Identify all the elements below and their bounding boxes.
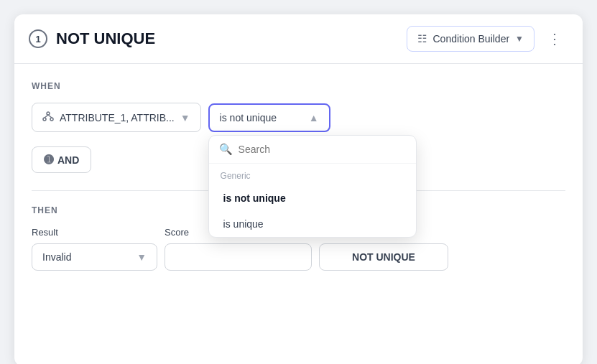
page-title: NOT UNIQUE — [56, 29, 407, 48]
svg-point-0 — [47, 112, 50, 115]
result-column-label: Result — [32, 227, 157, 238]
and-button[interactable]: ➊ AND — [32, 146, 91, 173]
attribute-value: ATTRIBUTE_1, ATTRIB... — [60, 112, 175, 123]
search-icon: 🔍 — [219, 143, 233, 156]
plus-circle-icon: ➊ — [44, 153, 53, 167]
result-select[interactable]: Invalid ▼ — [32, 243, 157, 271]
and-button-label: AND — [57, 154, 79, 166]
svg-point-2 — [50, 118, 53, 121]
dropdown-item-not-unique[interactable]: is not unique — [209, 185, 416, 211]
chevron-down-icon: ▼ — [515, 34, 524, 44]
condition-builder-label: Condition Builder — [432, 33, 509, 45]
score-input[interactable] — [165, 243, 312, 271]
result-chevron-down-icon: ▼ — [136, 251, 147, 263]
attribute-chevron-down-icon: ▼ — [180, 112, 190, 123]
svg-line-3 — [45, 115, 48, 118]
dropdown-search-row: 🔍 — [209, 136, 416, 164]
dropdown-search-input[interactable] — [239, 144, 406, 155]
condition-select[interactable]: is not unique ▲ — [208, 103, 330, 132]
not-unique-badge: NOT UNIQUE — [319, 243, 448, 271]
more-options-button[interactable]: ⋮ — [542, 26, 568, 52]
condition-select-wrapper: is not unique ▲ 🔍 Generic is not unique … — [208, 103, 330, 132]
when-label: WHEN — [32, 81, 565, 91]
condition-dropdown: 🔍 Generic is not unique is unique — [208, 135, 417, 238]
dropdown-group-label: Generic — [209, 164, 416, 185]
dropdown-item-unique[interactable]: is unique — [209, 211, 416, 237]
condition-builder-icon: ☷ — [417, 32, 427, 45]
step-badge: 1 — [29, 29, 47, 48]
attribute-icon — [42, 111, 54, 124]
attribute-select[interactable]: ATTRIBUTE_1, ATTRIB... ▼ — [32, 103, 201, 132]
card-header: 1 NOT UNIQUE ☷ Condition Builder ▼ ⋮ — [14, 14, 583, 64]
condition-value: is not unique — [220, 112, 277, 123]
result-value: Invalid — [42, 251, 71, 263]
main-card: 1 NOT UNIQUE ☷ Condition Builder ▼ ⋮ WHE… — [14, 14, 583, 364]
svg-line-4 — [48, 115, 52, 118]
when-row: ATTRIBUTE_1, ATTRIB... ▼ is not unique ▲… — [32, 103, 565, 132]
card-body: WHEN ATTRIBUTE_1, ATTRIB... ▼ — [14, 64, 583, 285]
condition-builder-button[interactable]: ☷ Condition Builder ▼ — [407, 26, 534, 52]
condition-chevron-up-icon: ▲ — [309, 112, 319, 123]
result-row-inputs: Invalid ▼ NOT UNIQUE — [32, 243, 565, 271]
svg-point-1 — [43, 118, 46, 121]
